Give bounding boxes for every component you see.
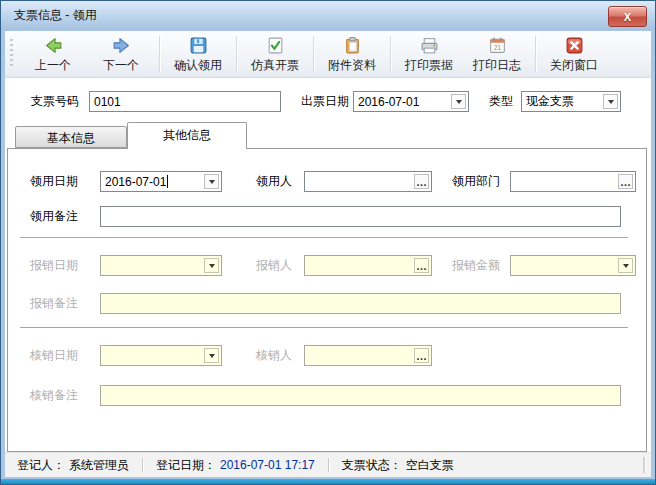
tab-basic-info-label: 基本信息: [47, 131, 95, 145]
print-receipt-button[interactable]: 打印票据: [395, 31, 463, 77]
receive-person-label: 领用人: [256, 171, 292, 192]
chevron-down-icon: [209, 354, 215, 358]
writeoff-date-label: 核销日期: [30, 345, 78, 366]
print-log-label: 打印日志: [473, 57, 521, 74]
confirm-receive-label: 确认领用: [174, 57, 222, 74]
issue-date-value: 2016-07-01: [354, 95, 449, 109]
issue-date-combobox[interactable]: 2016-07-01: [353, 91, 469, 112]
chevron-down-icon: [623, 264, 629, 268]
statusbar-separator: [328, 458, 329, 472]
receive-date-value: 2016-07-01: [101, 175, 202, 189]
statusbar-grip: [643, 457, 645, 473]
print-log-button[interactable]: 21 打印日志: [463, 31, 531, 77]
reimburse-amount-dropdown-button: [618, 258, 633, 273]
type-value: 现金支票: [522, 93, 601, 110]
toolbar-separator: [236, 36, 237, 72]
reimburse-person-lookup-button: …: [414, 258, 429, 273]
writeoff-date-dropdown-button: [204, 348, 219, 363]
reimburse-amount-combobox: [510, 255, 636, 276]
attachment-label: 附件资料: [328, 57, 376, 74]
receive-date-dropdown-button[interactable]: [204, 174, 219, 189]
receive-dept-field: …: [510, 171, 636, 192]
receive-person-input[interactable]: [305, 175, 412, 189]
check-number-input[interactable]: [90, 95, 280, 109]
receive-person-field: …: [304, 171, 432, 192]
previous-button[interactable]: 上一个: [19, 31, 87, 77]
receive-date-label: 领用日期: [30, 171, 78, 192]
ellipsis-icon: …: [416, 261, 427, 271]
ellipsis-icon: …: [620, 177, 631, 187]
receive-date-combobox[interactable]: 2016-07-01: [100, 171, 222, 192]
calendar-icon: 21: [488, 36, 507, 55]
writeoff-person-field: …: [304, 345, 432, 366]
writeoff-person-lookup-button: …: [414, 348, 429, 363]
chevron-down-icon: [608, 100, 614, 104]
ellipsis-icon: …: [416, 351, 427, 361]
tab-other-info[interactable]: 其他信息: [127, 122, 247, 149]
check-status-value: 空白支票: [406, 457, 454, 474]
close-window-label: 关闭窗口: [550, 57, 598, 74]
reimburse-remark-label: 报销备注: [30, 293, 78, 314]
toolbar-separator: [313, 36, 314, 72]
tab-other-info-label: 其他信息: [163, 128, 211, 142]
status-bar: 登记人： 系统管理员 登记日期： 2016-07-01 17:17 支票状态： …: [5, 452, 651, 477]
section-divider: [20, 237, 628, 238]
arrow-right-icon: [112, 36, 131, 55]
toolbar-separator: [390, 36, 391, 72]
register-date-value: 2016-07-01 17:17: [220, 458, 315, 472]
receive-remark-label: 领用备注: [30, 206, 78, 227]
print-receipt-label: 打印票据: [405, 57, 453, 74]
writeoff-remark-field: [100, 385, 621, 406]
reimburse-person-label: 报销人: [256, 255, 292, 276]
arrow-left-icon: [44, 36, 63, 55]
window-bottom-edge: [1, 479, 655, 484]
next-button[interactable]: 下一个: [87, 31, 155, 77]
receive-person-lookup-button[interactable]: …: [414, 174, 429, 189]
toolbar-separator: [159, 36, 160, 72]
titlebar-close-button[interactable]: X: [608, 6, 647, 27]
text-caret: [167, 175, 168, 188]
next-label: 下一个: [103, 57, 139, 74]
issue-date-dropdown-button[interactable]: [451, 94, 466, 109]
client-area: 上一个 下一个 确认领用: [5, 31, 651, 477]
titlebar[interactable]: 支票信息 - 领用: [1, 1, 655, 30]
chevron-down-icon: [209, 264, 215, 268]
attachment-icon: [343, 36, 362, 55]
check-info-window: 支票信息 - 领用 X 上一个 下一个: [0, 0, 656, 485]
receive-dept-lookup-button[interactable]: …: [618, 174, 633, 189]
receive-dept-label: 领用部门: [452, 171, 500, 192]
close-window-button[interactable]: 关闭窗口: [540, 31, 608, 77]
close-icon: X: [624, 11, 631, 23]
receive-date-text: 2016-07-01: [105, 175, 166, 189]
check-number-label: 支票号码: [31, 91, 79, 112]
printer-icon: [420, 36, 439, 55]
confirm-receive-button[interactable]: 确认领用: [164, 31, 232, 77]
ellipsis-icon: …: [416, 177, 427, 187]
toolbar-grip[interactable]: [10, 39, 13, 69]
receive-dept-input[interactable]: [511, 175, 616, 189]
type-dropdown-button[interactable]: [603, 94, 618, 109]
check-status-label: 支票状态：: [342, 457, 402, 474]
simulate-invoice-label: 仿真开票: [251, 57, 299, 74]
reimburse-amount-label: 报销金额: [452, 255, 500, 276]
previous-label: 上一个: [35, 57, 71, 74]
other-info-panel: 领用日期 2016-07-01 领用人 … 领用部门: [7, 148, 647, 452]
receive-remark-field: [100, 206, 621, 227]
attachment-button[interactable]: 附件资料: [318, 31, 386, 77]
section-divider: [20, 327, 628, 328]
close-window-icon: [565, 36, 584, 55]
writeoff-date-combobox: [100, 345, 222, 366]
reimburse-date-dropdown-button: [204, 258, 219, 273]
registrant-label: 登记人：: [17, 457, 65, 474]
tab-basic-info[interactable]: 基本信息: [15, 126, 127, 148]
check-number-field: [89, 91, 281, 112]
toolbar: 上一个 下一个 确认领用: [5, 31, 651, 78]
receive-remark-input[interactable]: [101, 210, 620, 224]
type-combobox[interactable]: 现金支票: [521, 91, 621, 112]
simulate-invoice-button[interactable]: 仿真开票: [241, 31, 309, 77]
calendar-day-number: 21: [493, 43, 501, 50]
issue-date-label: 出票日期: [301, 91, 349, 112]
writeoff-person-label: 核销人: [256, 345, 292, 366]
chevron-down-icon: [209, 180, 215, 184]
reimburse-remark-field: [100, 293, 621, 314]
